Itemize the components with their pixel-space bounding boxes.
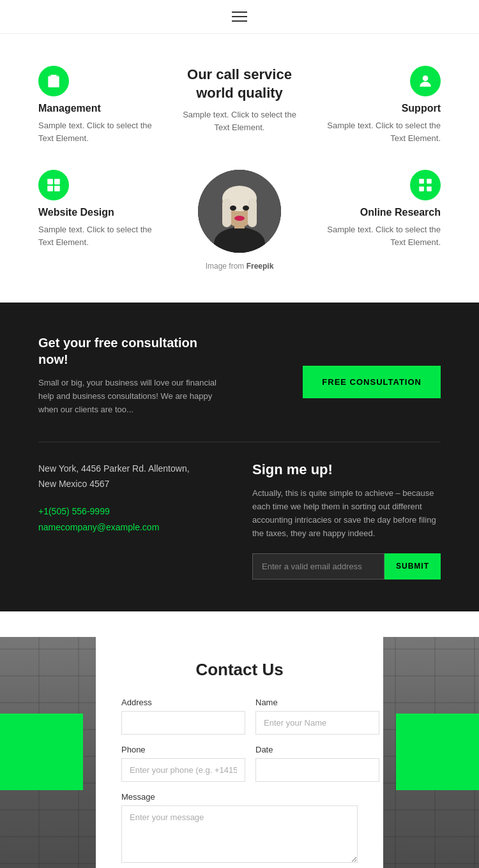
website-design-sample: Sample text. Click to select the Text El… [38,223,166,248]
dark-section: Get your free consultation now! Small or… [0,303,479,611]
online-research-title: Online Research [360,207,441,218]
support-sample: Sample text. Click to select the Text El… [313,119,441,144]
consultation-heading: Get your free consultation now! [38,334,227,368]
service-online-research: Online Research Sample text. Click to se… [313,170,441,271]
form-row-2: Phone Date [121,745,358,782]
name-input[interactable] [255,711,379,735]
phone-label: Phone [121,745,245,754]
signup-form: SUBMIT [252,553,441,580]
address-input[interactable] [121,711,245,735]
address-text: New York, 4456 Parker Rd. Allentown,New … [38,461,227,492]
address-label: Address [121,698,245,707]
service-support: Support Sample text. Click to select the… [313,66,441,144]
svg-rect-15 [248,198,257,227]
portrait-section: Image from Freepik [179,170,300,271]
online-research-icon [410,170,441,200]
management-title: Management [38,103,166,114]
consultation-left: Get your free consultation now! Small or… [38,334,227,416]
free-consultation-button[interactable]: FREE CONSULTATION [303,366,441,398]
svg-rect-20 [427,179,432,184]
date-field-group: Date [255,745,379,782]
management-sample: Sample text. Click to select the Text El… [38,119,166,144]
signup-heading: Sign me up! [252,461,441,478]
service-management: Management Sample text. Click to select … [38,66,166,144]
phone-link[interactable]: +1(505) 556-9999 [38,504,227,520]
services-section-bottom: Website Design Sample text. Click to sel… [0,170,479,303]
svg-rect-5 [47,179,53,184]
svg-rect-21 [419,186,424,191]
svg-rect-22 [427,186,432,191]
date-label: Date [255,745,379,754]
phone-field-group: Phone [121,745,245,782]
address-field-group: Address [121,698,245,735]
form-row-1: Address Name [121,698,358,735]
support-title: Support [402,103,441,114]
consultation-right: FREE CONSULTATION [252,334,441,416]
message-textarea[interactable] [121,805,358,863]
hamburger-menu-icon[interactable] [232,11,247,22]
svg-rect-8 [54,186,60,191]
contact-card: Contact Us Address Name Phone Date Messa… [96,637,383,868]
svg-point-16 [230,206,236,211]
navigation [0,0,479,34]
center-sample: Sample text. Click to select the Text El… [179,108,300,133]
website-design-title: Website Design [38,207,166,218]
website-design-icon [38,170,69,200]
name-label: Name [255,698,379,707]
consultation-text: Small or big, your business will love ou… [38,377,227,416]
contact-section-wrapper: Contact Us Address Name Phone Date Messa… [0,637,479,868]
green-accent-right [396,714,479,790]
center-heading: Our call serviceworld quality [187,66,292,102]
message-label: Message [121,792,358,802]
svg-rect-14 [222,198,231,227]
date-input[interactable] [255,758,379,782]
support-icon [410,66,441,96]
message-field-group: Message [121,792,358,863]
signup-submit-button[interactable]: SUBMIT [384,553,441,580]
phone-input[interactable] [121,758,245,782]
name-field-group: Name [255,698,379,735]
email-signup-input[interactable] [252,553,384,580]
section-divider [38,442,441,442]
svg-point-17 [243,206,249,211]
services-center: Our call serviceworld quality Sample tex… [179,66,300,144]
contact-info: New York, 4456 Parker Rd. Allentown,New … [38,461,227,579]
svg-rect-6 [54,179,60,184]
green-accent-left [0,714,83,790]
svg-point-18 [234,216,245,221]
signup-text: Actually, this is quite simple to achiev… [252,487,441,540]
svg-point-4 [423,75,429,81]
svg-rect-19 [419,179,424,184]
svg-rect-7 [47,186,53,191]
image-credit: Image from Freepik [206,262,274,271]
management-icon [38,66,69,96]
contact-form-title: Contact Us [121,660,358,680]
services-section-top: Management Sample text. Click to select … [0,34,479,170]
email-link[interactable]: namecompany@example.com [38,520,227,535]
signup-section: Sign me up! Actually, this is quite simp… [252,461,441,579]
service-website-design: Website Design Sample text. Click to sel… [38,170,166,271]
portrait-image [198,170,281,253]
online-research-sample: Sample text. Click to select the Text El… [313,223,441,248]
